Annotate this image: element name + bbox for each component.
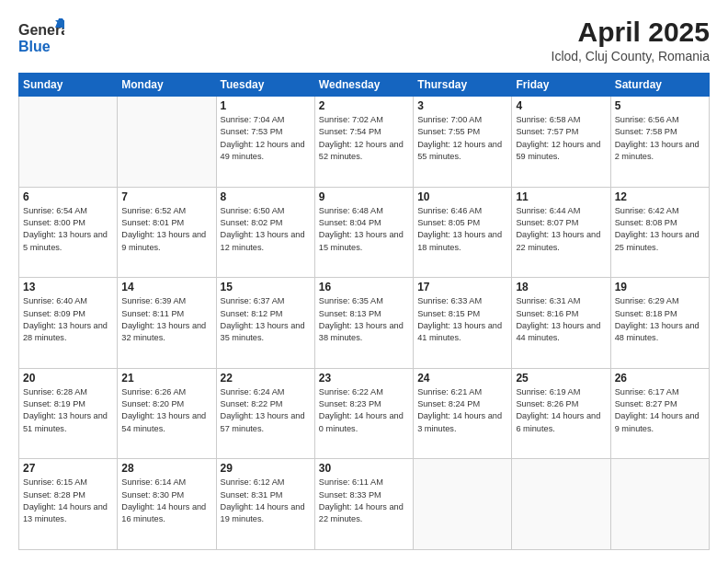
day-number: 19 (615, 281, 705, 293)
day-number: 20 (23, 372, 113, 385)
day-number: 13 (23, 281, 113, 293)
day-info: Sunrise: 7:02 AM Sunset: 7:54 PM Dayligh… (319, 114, 409, 163)
day-number: 28 (121, 462, 211, 475)
day-number: 4 (516, 99, 606, 112)
table-row: 25Sunrise: 6:19 AM Sunset: 8:26 PM Dayli… (512, 368, 610, 459)
calendar-header-row: Sunday Monday Tuesday Wednesday Thursday… (19, 74, 710, 97)
day-info: Sunrise: 6:44 AM Sunset: 8:07 PM Dayligh… (516, 205, 606, 254)
day-number: 22 (221, 372, 311, 385)
day-info: Sunrise: 6:17 AM Sunset: 8:27 PM Dayligh… (615, 386, 705, 435)
day-info: Sunrise: 6:46 AM Sunset: 8:05 PM Dayligh… (417, 205, 507, 254)
day-number: 16 (319, 281, 409, 293)
header-saturday: Saturday (610, 74, 709, 97)
day-number: 29 (221, 462, 311, 475)
table-row: 15Sunrise: 6:37 AM Sunset: 8:12 PM Dayli… (216, 278, 314, 369)
table-row: 7Sunrise: 6:52 AM Sunset: 8:01 PM Daylig… (118, 187, 216, 278)
table-row: 1Sunrise: 7:04 AM Sunset: 7:53 PM Daylig… (216, 97, 314, 188)
month-title: April 2025 (552, 17, 710, 47)
table-row: 4Sunrise: 6:58 AM Sunset: 7:57 PM Daylig… (512, 97, 610, 188)
day-info: Sunrise: 6:24 AM Sunset: 8:22 PM Dayligh… (221, 386, 311, 435)
table-row: 17Sunrise: 6:33 AM Sunset: 8:15 PM Dayli… (414, 278, 512, 369)
table-row: 8Sunrise: 6:50 AM Sunset: 8:02 PM Daylig… (216, 187, 314, 278)
day-info: Sunrise: 6:29 AM Sunset: 8:18 PM Dayligh… (615, 295, 705, 344)
table-row: 3Sunrise: 7:00 AM Sunset: 7:55 PM Daylig… (414, 97, 512, 188)
table-row: 28Sunrise: 6:14 AM Sunset: 8:30 PM Dayli… (118, 459, 216, 550)
table-row: 16Sunrise: 6:35 AM Sunset: 8:13 PM Dayli… (314, 278, 413, 369)
day-info: Sunrise: 6:48 AM Sunset: 8:04 PM Dayligh… (319, 205, 409, 254)
table-row: 22Sunrise: 6:24 AM Sunset: 8:22 PM Dayli… (216, 368, 314, 459)
day-number: 17 (417, 281, 507, 293)
day-info: Sunrise: 7:04 AM Sunset: 7:53 PM Dayligh… (221, 114, 311, 163)
table-row (512, 459, 610, 550)
day-info: Sunrise: 6:50 AM Sunset: 8:02 PM Dayligh… (221, 205, 311, 254)
table-row: 20Sunrise: 6:28 AM Sunset: 8:19 PM Dayli… (19, 368, 118, 459)
header-wednesday: Wednesday (314, 74, 413, 97)
table-row: 24Sunrise: 6:21 AM Sunset: 8:24 PM Dayli… (414, 368, 512, 459)
day-number: 7 (121, 190, 211, 203)
table-row: 12Sunrise: 6:42 AM Sunset: 8:08 PM Dayli… (610, 187, 709, 278)
table-row: 23Sunrise: 6:22 AM Sunset: 8:23 PM Dayli… (314, 368, 413, 459)
location-subtitle: Iclod, Cluj County, Romania (552, 49, 710, 63)
calendar-table: Sunday Monday Tuesday Wednesday Thursday… (18, 73, 710, 550)
table-row: 5Sunrise: 6:56 AM Sunset: 7:58 PM Daylig… (610, 97, 709, 188)
day-info: Sunrise: 6:15 AM Sunset: 8:28 PM Dayligh… (23, 477, 113, 525)
day-info: Sunrise: 6:42 AM Sunset: 8:08 PM Dayligh… (615, 205, 705, 254)
logo-area: General Blue (18, 17, 68, 57)
calendar-week-row: 13Sunrise: 6:40 AM Sunset: 8:09 PM Dayli… (19, 278, 710, 369)
day-number: 9 (319, 190, 409, 203)
day-info: Sunrise: 6:28 AM Sunset: 8:19 PM Dayligh… (23, 386, 113, 435)
calendar-week-row: 1Sunrise: 7:04 AM Sunset: 7:53 PM Daylig… (19, 97, 710, 188)
day-number: 1 (221, 99, 311, 112)
day-number: 5 (615, 99, 705, 112)
day-number: 26 (615, 372, 705, 385)
header-tuesday: Tuesday (216, 74, 314, 97)
day-info: Sunrise: 6:35 AM Sunset: 8:13 PM Dayligh… (319, 295, 409, 344)
table-row (414, 459, 512, 550)
day-number: 25 (516, 372, 606, 385)
day-info: Sunrise: 6:39 AM Sunset: 8:11 PM Dayligh… (121, 295, 211, 344)
table-row: 10Sunrise: 6:46 AM Sunset: 8:05 PM Dayli… (414, 187, 512, 278)
page: General Blue April 2025 Iclod, Cluj Coun… (0, 0, 728, 563)
header-thursday: Thursday (414, 74, 512, 97)
day-number: 27 (23, 462, 113, 475)
day-info: Sunrise: 6:33 AM Sunset: 8:15 PM Dayligh… (417, 295, 507, 344)
day-info: Sunrise: 6:12 AM Sunset: 8:31 PM Dayligh… (221, 477, 311, 525)
day-number: 6 (23, 190, 113, 203)
day-info: Sunrise: 6:22 AM Sunset: 8:23 PM Dayligh… (319, 386, 409, 435)
day-info: Sunrise: 6:19 AM Sunset: 8:26 PM Dayligh… (516, 386, 606, 435)
day-info: Sunrise: 6:26 AM Sunset: 8:20 PM Dayligh… (121, 386, 211, 435)
header-friday: Friday (512, 74, 610, 97)
day-number: 30 (319, 462, 409, 475)
day-info: Sunrise: 6:14 AM Sunset: 8:30 PM Dayligh… (121, 477, 211, 525)
day-info: Sunrise: 6:58 AM Sunset: 7:57 PM Dayligh… (516, 114, 606, 163)
day-number: 18 (516, 281, 606, 293)
header: General Blue April 2025 Iclod, Cluj Coun… (18, 17, 710, 63)
day-info: Sunrise: 6:56 AM Sunset: 7:58 PM Dayligh… (615, 114, 705, 163)
day-info: Sunrise: 6:37 AM Sunset: 8:12 PM Dayligh… (221, 295, 311, 344)
table-row: 2Sunrise: 7:02 AM Sunset: 7:54 PM Daylig… (314, 97, 413, 188)
header-sunday: Sunday (19, 74, 118, 97)
table-row (118, 97, 216, 188)
title-area: April 2025 Iclod, Cluj County, Romania (552, 17, 710, 63)
day-info: Sunrise: 6:31 AM Sunset: 8:16 PM Dayligh… (516, 295, 606, 344)
table-row: 26Sunrise: 6:17 AM Sunset: 8:27 PM Dayli… (610, 368, 709, 459)
day-info: Sunrise: 6:54 AM Sunset: 8:00 PM Dayligh… (23, 205, 113, 254)
day-number: 14 (121, 281, 211, 293)
table-row: 19Sunrise: 6:29 AM Sunset: 8:18 PM Dayli… (610, 278, 709, 369)
svg-text:Blue: Blue (18, 39, 51, 54)
calendar-week-row: 20Sunrise: 6:28 AM Sunset: 8:19 PM Dayli… (19, 368, 710, 459)
header-monday: Monday (118, 74, 216, 97)
day-number: 21 (121, 372, 211, 385)
day-number: 10 (417, 190, 507, 203)
table-row: 21Sunrise: 6:26 AM Sunset: 8:20 PM Dayli… (118, 368, 216, 459)
table-row: 18Sunrise: 6:31 AM Sunset: 8:16 PM Dayli… (512, 278, 610, 369)
table-row: 13Sunrise: 6:40 AM Sunset: 8:09 PM Dayli… (19, 278, 118, 369)
table-row (610, 459, 709, 550)
day-info: Sunrise: 6:52 AM Sunset: 8:01 PM Dayligh… (121, 205, 211, 254)
table-row: 29Sunrise: 6:12 AM Sunset: 8:31 PM Dayli… (216, 459, 314, 550)
day-number: 15 (221, 281, 311, 293)
table-row: 14Sunrise: 6:39 AM Sunset: 8:11 PM Dayli… (118, 278, 216, 369)
calendar-week-row: 6Sunrise: 6:54 AM Sunset: 8:00 PM Daylig… (19, 187, 710, 278)
day-info: Sunrise: 6:40 AM Sunset: 8:09 PM Dayligh… (23, 295, 113, 344)
day-info: Sunrise: 7:00 AM Sunset: 7:55 PM Dayligh… (417, 114, 507, 163)
